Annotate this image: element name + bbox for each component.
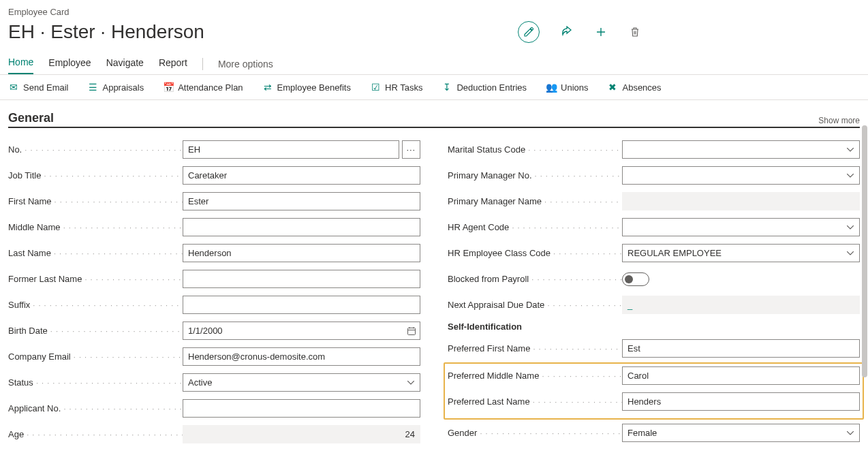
input-pref-first-name[interactable] [622,339,860,358]
share-button[interactable] [560,25,574,39]
action-hr-tasks[interactable]: ☑ HR Tasks [370,82,422,93]
delete-button[interactable] [628,25,642,39]
label-gender: Gender [448,428,622,438]
select-status[interactable]: Active [183,373,420,392]
tab-bar: Home Employee Navigate Report More optio… [0,54,868,74]
deduction-icon: ↧ [441,82,452,93]
trash-icon [630,27,640,37]
select-marital-status[interactable] [622,140,860,159]
tab-divider [202,58,203,70]
form-col-right: Marital Status Code Primary Manager No. … [448,140,860,451]
action-label: Deduction Entries [456,82,527,93]
input-applicant-no[interactable] [183,399,420,418]
label-pref-last-name: Preferred Last Name [448,396,622,407]
envelope-icon: ✉ [8,82,19,93]
toggle-blocked-from-payroll[interactable] [622,272,649,286]
benefits-icon: ⇄ [262,82,273,93]
input-first-name[interactable] [183,192,420,210]
label-age: Age [8,429,183,439]
new-button[interactable] [594,25,608,39]
list-icon: ☰ [87,82,98,93]
tab-report[interactable]: Report [159,54,187,74]
input-pref-middle-name[interactable] [622,366,860,385]
action-label: Attendance Plan [178,82,243,93]
label-birth-date: Birth Date [8,326,183,336]
label-marital-status: Marital Status Code [448,144,622,155]
label-pref-middle-name: Preferred Middle Name [448,371,622,381]
input-last-name[interactable] [183,244,420,262]
toggle-knob [625,275,633,283]
select-hr-employee-class[interactable]: REGULAR EMPLOYEE [622,244,860,262]
action-deduction-entries[interactable]: ↧ Deduction Entries [441,82,527,93]
readonly-primary-manager-name [622,192,860,210]
action-label: Send Email [23,82,68,93]
select-primary-manager-no[interactable] [622,166,860,185]
scrollbar-thumb[interactable] [862,125,867,377]
tab-home[interactable]: Home [8,54,33,74]
section-title: General [8,111,54,125]
label-primary-manager-name: Primary Manager Name [448,196,622,206]
people-icon: 👥 [546,82,557,93]
breadcrumb: Employee Card [8,7,860,17]
readonly-age: 24 [183,425,420,443]
label-status: Status [8,377,183,388]
label-applicant-no: Applicant No. [8,403,183,413]
action-absences[interactable]: ✖ Absences [607,82,661,93]
edit-button[interactable] [518,21,540,43]
input-no[interactable] [183,140,399,159]
action-unions[interactable]: 👥 Unions [546,82,588,93]
show-more-link[interactable]: Show more [818,116,860,125]
page-title: EH · Ester · Henderson [8,21,204,43]
action-label: Appraisals [102,82,144,93]
input-former-last-name[interactable] [183,270,420,288]
input-job-title[interactable] [183,166,420,185]
label-no: No. [8,144,183,155]
label-company-email: Company Email [8,351,183,362]
action-label: Absences [622,82,661,93]
label-hr-employee-class: HR Employee Class Code [448,248,622,258]
plus-icon [595,27,606,37]
label-hr-agent-code: HR Agent Code [448,222,622,232]
input-pref-last-name[interactable] [622,392,860,411]
share-icon [561,26,573,38]
header-actions [518,21,860,43]
action-attendance-plan[interactable]: 📅 Attendance Plan [163,82,243,93]
label-last-name: Last Name [8,248,183,258]
action-label: Employee Benefits [277,82,351,93]
checklist-icon: ☑ [370,82,381,93]
form-col-left: No. ··· Job Title First Name Middle Name… [8,140,420,451]
action-appraisals[interactable]: ☰ Appraisals [87,82,144,93]
label-primary-manager-no: Primary Manager No. [448,170,622,181]
input-suffix[interactable] [183,296,420,314]
absence-icon: ✖ [607,82,618,93]
action-label: HR Tasks [385,82,422,93]
action-send-email[interactable]: ✉ Send Email [8,82,68,93]
tab-navigate[interactable]: Navigate [106,54,144,74]
input-company-email[interactable] [183,347,420,366]
more-options[interactable]: More options [218,59,273,69]
label-first-name: First Name [8,196,183,206]
select-hr-agent-code[interactable] [622,218,860,236]
lookup-no-button[interactable]: ··· [402,140,420,159]
highlighted-fields: Preferred Middle Name Preferred Last Nam… [444,362,864,420]
tab-employee[interactable]: Employee [48,54,91,74]
label-pref-first-name: Preferred First Name [448,343,622,354]
pencil-icon [523,27,534,37]
input-middle-name[interactable] [183,218,420,236]
label-suffix: Suffix [8,300,183,310]
self-identification-heading: Self-Identification [448,322,860,332]
action-bar: ✉ Send Email ☰ Appraisals 📅 Attendance P… [0,74,868,100]
calendar-user-icon: 📅 [163,82,174,93]
section-header: General Show more [8,111,860,128]
label-next-appraisal-due: Next Appraisal Due Date [448,300,622,310]
label-former-last-name: Former Last Name [8,274,183,284]
label-middle-name: Middle Name [8,222,183,232]
label-blocked-from-payroll: Blocked from Payroll [448,274,622,284]
label-job-title: Job Title [8,170,183,181]
scrollbar[interactable] [861,125,868,377]
select-gender[interactable]: Female [622,424,860,442]
action-employee-benefits[interactable]: ⇄ Employee Benefits [262,82,351,93]
action-label: Unions [561,82,588,93]
input-birth-date[interactable] [183,322,420,340]
readonly-next-appraisal-due: _ [622,296,860,314]
